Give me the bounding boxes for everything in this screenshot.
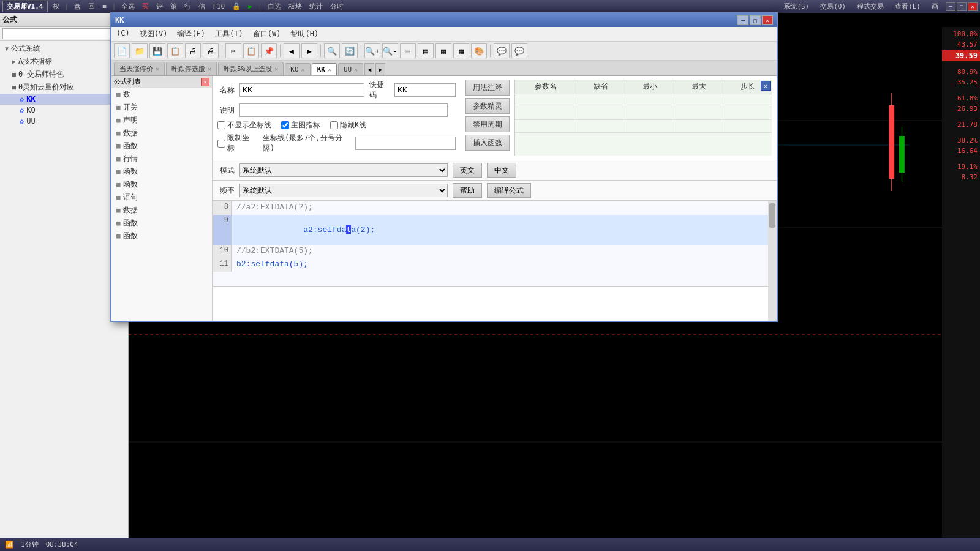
compile-btn[interactable]: 编译公式 (487, 183, 531, 198)
checkbox-no-axis-input[interactable] (217, 121, 225, 129)
toolbar-cut[interactable]: ✂ (225, 43, 241, 58)
insert-func-btn[interactable]: 插入函数 (466, 135, 510, 151)
toolbar-zoom-in[interactable]: 🔍+ (364, 43, 380, 58)
formula-desc-input[interactable] (239, 103, 448, 117)
flist-item-2[interactable]: ■ 声明 (111, 114, 212, 127)
dmenu-tools[interactable]: 工具(T) (213, 28, 246, 40)
checkbox-limit-axis[interactable]: 限制坐标 (217, 133, 253, 154)
sidebar-item-trader[interactable]: ■ 0_交易师特色 (0, 68, 128, 81)
freq-select[interactable]: 系统默认 (239, 184, 448, 197)
checkbox-main-indicator[interactable]: 主图指标 (281, 120, 320, 130)
tab-close-0[interactable]: ✕ (156, 66, 159, 72)
menu-three[interactable]: ≡ (100, 2, 109, 11)
checkbox-hide-k[interactable]: 隐藏K线 (330, 120, 366, 130)
toolbar-paste[interactable]: 📌 (261, 43, 277, 58)
app-minimize[interactable]: ─ (946, 2, 956, 11)
toolbar-uncomment[interactable]: 💬 (511, 43, 527, 58)
tab-yesterday-fall[interactable]: 昨跌停选股 ✕ (166, 62, 217, 75)
menu-xin[interactable]: 信 (196, 1, 208, 12)
toolbar-save[interactable]: 💾 (149, 43, 165, 58)
menu-quan[interactable]: 权 (50, 1, 62, 12)
flist-item-8[interactable]: ■ 语句 (111, 191, 212, 204)
menu-play[interactable]: ▶ (246, 2, 255, 11)
checkbox-limit-axis-input[interactable] (217, 140, 225, 148)
dialog-maximize[interactable]: □ (750, 15, 761, 25)
sys-btn-prog[interactable]: 程式交易 (853, 1, 888, 12)
toolbar-find[interactable]: 🔍 (324, 43, 340, 58)
formula-shortcut-input[interactable] (394, 83, 456, 97)
tab-kk[interactable]: KK ✕ (312, 63, 337, 75)
tab-prev[interactable]: ◀ (364, 63, 374, 75)
tab-ko[interactable]: KO ✕ (285, 63, 310, 75)
toolbar-saveas[interactable]: 📋 (167, 43, 183, 58)
dialog-close[interactable]: ✕ (762, 15, 773, 25)
menu-time[interactable]: 分时 (328, 1, 346, 12)
tab-close-2[interactable]: ✕ (274, 66, 278, 72)
dmenu-c[interactable]: (C) (114, 28, 132, 40)
checkbox-no-axis[interactable]: 不显示坐标线 (217, 120, 271, 130)
sidebar-item-kk[interactable]: ✿ KK (0, 94, 128, 105)
sys-btn-system[interactable]: 系统(S) (780, 1, 813, 12)
tab-close-4[interactable]: ✕ (328, 66, 331, 73)
tab-current-limit[interactable]: 当天涨停价 ✕ (114, 62, 165, 75)
formula-list-close-btn[interactable]: ✕ (201, 78, 209, 86)
toolbar-view2[interactable]: ▦ (435, 43, 451, 58)
tab-close-5[interactable]: ✕ (354, 66, 358, 73)
menu-ce[interactable]: 策 (168, 1, 179, 12)
tab-fall5pct[interactable]: 昨跌5%以上选股 ✕ (218, 62, 284, 75)
toolbar-comment[interactable]: 💬 (494, 43, 510, 58)
usage-comment-btn[interactable]: 用法注释 (466, 80, 510, 96)
toolbar-print[interactable]: 🖨 (203, 43, 219, 58)
checkbox-hide-k-input[interactable] (330, 121, 338, 129)
params-close-btn[interactable]: ✕ (761, 81, 771, 91)
menu-select-all[interactable]: 全选 (119, 1, 137, 12)
flist-item-4[interactable]: ■ 函数 (111, 140, 212, 152)
toolbar-copy[interactable]: 📋 (243, 43, 259, 58)
sidebar-item-formula-system[interactable]: ▼ 公式系统 (0, 42, 128, 55)
menu-stat[interactable]: 统计 (307, 1, 325, 12)
toolbar-undo[interactable]: ◀ (284, 43, 300, 58)
menu-ping[interactable]: 评 (154, 1, 165, 12)
menu-custom[interactable]: 自选 (265, 1, 284, 12)
lang-en-btn[interactable]: 英文 (453, 163, 482, 178)
dmenu-compile[interactable]: 编译(E) (175, 28, 208, 40)
dmenu-help[interactable]: 帮助(H) (288, 28, 321, 40)
flist-item-5[interactable]: ■ 行情 (111, 152, 212, 165)
tab-close-3[interactable]: ✕ (301, 66, 305, 73)
editor-scrollbar[interactable] (768, 201, 777, 321)
dmenu-window[interactable]: 窗口(W) (251, 28, 284, 40)
sidebar-item-volprice[interactable]: ■ 0灵如云量价对应 (0, 81, 128, 94)
tab-next[interactable]: ▶ (375, 63, 385, 75)
sys-btn-view[interactable]: 查看(L) (891, 1, 924, 12)
menu-buy[interactable]: 买 (140, 1, 151, 12)
toolbar-new[interactable]: 📄 (114, 43, 130, 58)
dialog-minimize[interactable]: ─ (737, 15, 748, 25)
toolbar-color[interactable]: 🎨 (471, 43, 487, 58)
flist-item-0[interactable]: ■ 数 (111, 88, 212, 101)
flist-item-3[interactable]: ■ 数据 (111, 127, 212, 140)
formula-name-input[interactable] (239, 83, 364, 97)
sys-btn-draw[interactable]: 画 (928, 1, 942, 12)
flist-item-11[interactable]: ■ 函数 (111, 230, 212, 242)
flist-item-1[interactable]: ■ 开关 (111, 101, 212, 114)
menu-hui[interactable]: 回 (86, 1, 97, 12)
app-maximize[interactable]: □ (957, 2, 967, 11)
toolbar-replace[interactable]: 🔄 (342, 43, 358, 58)
disable-period-btn[interactable]: 禁用周期 (466, 116, 510, 132)
flist-item-6[interactable]: ■ 函数 (111, 165, 212, 178)
menu-pan[interactable]: 盘 (72, 1, 83, 12)
tab-close-1[interactable]: ✕ (208, 66, 211, 72)
checkbox-main-indicator-input[interactable] (281, 121, 289, 129)
toolbar-view3[interactable]: ▦ (453, 43, 469, 58)
dmenu-view[interactable]: 视图(V) (137, 28, 170, 40)
app-close[interactable]: ✕ (968, 2, 978, 11)
sidebar-item-uu[interactable]: ✿ UU (0, 116, 128, 127)
param-wizard-btn[interactable]: 参数精灵 (466, 98, 510, 114)
sidebar-item-tech[interactable]: ▶ A技术指标 (0, 55, 128, 68)
toolbar-view1[interactable]: ▤ (418, 43, 434, 58)
flist-item-7[interactable]: ■ 函数 (111, 178, 212, 191)
toolbar-print-prev[interactable]: 🖨 (185, 43, 201, 58)
sidebar-item-ko[interactable]: ✿ KO (0, 105, 128, 116)
toolbar-zoom-out[interactable]: 🔍- (382, 43, 398, 58)
lang-cn-btn[interactable]: 中文 (487, 163, 516, 178)
